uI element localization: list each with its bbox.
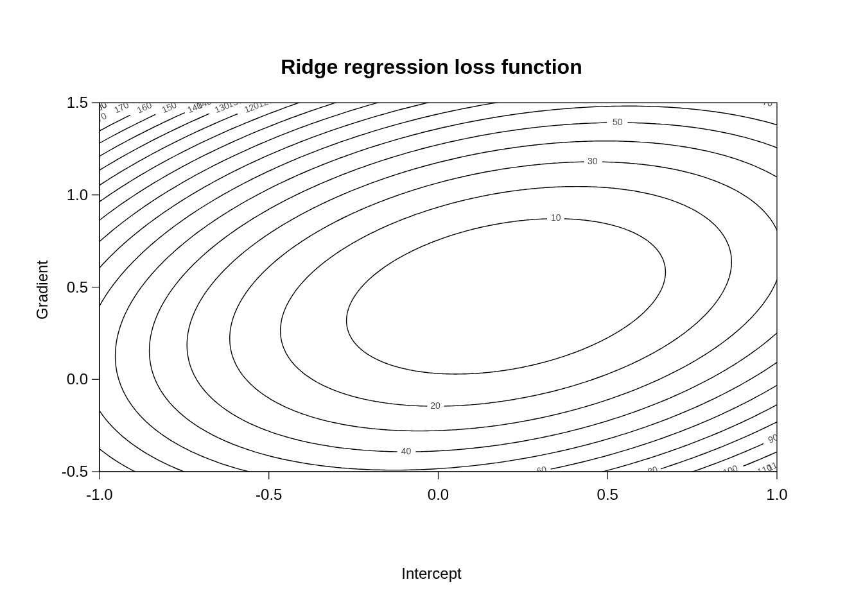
contour-line xyxy=(187,141,825,452)
contour-line xyxy=(0,0,863,616)
contour-line xyxy=(0,0,863,616)
contour-line xyxy=(0,0,863,616)
contour-label: 170 xyxy=(112,99,130,116)
contour-label: 150 xyxy=(161,99,179,115)
contour-label: 60 xyxy=(536,464,548,476)
contour-label: 90 xyxy=(767,432,780,445)
contour-label: 120 xyxy=(243,100,261,116)
contour-line xyxy=(281,187,732,406)
y-tick-label: 1.0 xyxy=(67,186,88,204)
contour-line xyxy=(0,0,863,616)
contour-label: 20 xyxy=(430,400,440,411)
contour-label: 130 xyxy=(213,100,231,116)
contour-line xyxy=(116,106,863,486)
plot-frame xyxy=(100,103,777,472)
x-tick-label: -0.5 xyxy=(250,486,288,504)
contour-line xyxy=(0,0,863,616)
contour-line xyxy=(0,0,863,597)
contour-line xyxy=(28,64,863,530)
contour-line xyxy=(150,123,863,470)
contour-line xyxy=(0,0,863,616)
contour-labels-group: 1020304050607080901001101101201201301301… xyxy=(91,94,784,477)
x-tick-label: 1.0 xyxy=(758,486,796,504)
y-tick-label: 1.5 xyxy=(67,94,88,112)
contour-label: 100 xyxy=(722,463,740,477)
contour-line xyxy=(84,91,863,502)
y-tick-label: -0.5 xyxy=(62,463,88,481)
y-tick-label: 0.5 xyxy=(67,278,88,296)
x-tick-label: 0.5 xyxy=(588,486,627,504)
contour-label: 130 xyxy=(226,94,244,110)
contour-label: 80 xyxy=(647,464,659,477)
contour-line xyxy=(0,0,863,616)
contour-label: 30 xyxy=(588,156,598,166)
contours-group xyxy=(0,0,863,616)
contour-label: 160 xyxy=(135,99,153,116)
contour-label: 140 xyxy=(195,96,213,111)
contour-line xyxy=(347,219,666,374)
contour-line xyxy=(0,0,863,607)
x-tick-label: -1.0 xyxy=(80,486,119,504)
contour-label: 120 xyxy=(257,94,275,109)
contour-line xyxy=(55,76,863,516)
contour-plot: 1020304050607080901001101101201201301301… xyxy=(0,0,863,616)
contour-label: 50 xyxy=(613,117,623,127)
contour-label: 40 xyxy=(401,446,412,456)
x-tick-label: 0.0 xyxy=(419,486,458,504)
contour-line xyxy=(0,0,863,616)
contour-label: 10 xyxy=(551,212,561,223)
y-tick-label: 0.0 xyxy=(67,370,88,388)
contour-line xyxy=(230,162,782,431)
